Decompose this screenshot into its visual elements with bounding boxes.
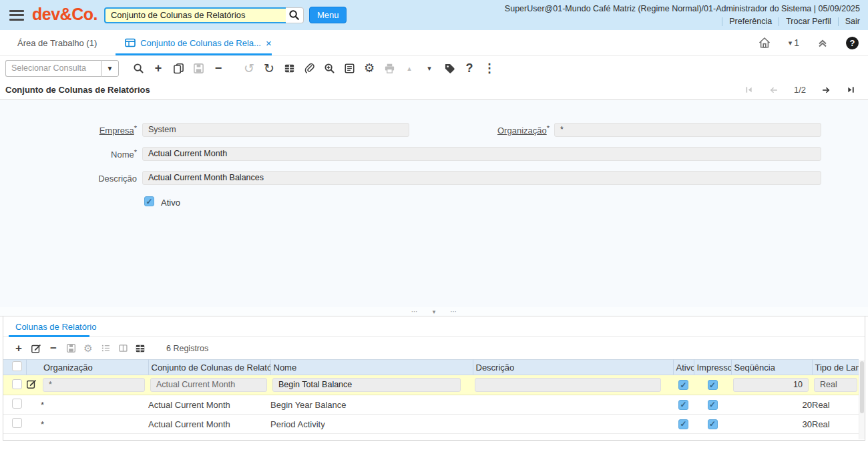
hamburger-menu-icon[interactable] — [9, 10, 24, 21]
cell-ativo-checkbox[interactable]: ✓ — [678, 400, 688, 410]
query-dropdown-button[interactable]: ▼ — [101, 60, 119, 77]
logout-link[interactable]: Sair — [839, 17, 860, 26]
nome-field[interactable]: Actual Current Month — [142, 147, 821, 161]
tab-workspace[interactable]: Área de Trabalho (1) — [0, 38, 114, 48]
splitter-dots: ⋯ — [411, 308, 418, 315]
cell-descricao[interactable] — [473, 395, 673, 415]
collapse-all-icon[interactable] — [817, 37, 829, 49]
pane-splitter[interactable]: ⋯ ▾ ⋯ — [0, 307, 868, 316]
cell-descricao[interactable] — [475, 378, 661, 392]
grid-scrollbar-thumb[interactable] — [860, 361, 864, 413]
cell-impresso-checkbox[interactable]: ✓ — [708, 380, 718, 390]
col-organizacao[interactable]: Organização — [41, 360, 148, 375]
splitter-collapse-icon[interactable]: ▾ — [433, 308, 436, 315]
grid-row-selected[interactable]: * Actual Current Month Begin Total Balan… — [3, 375, 859, 395]
col-nome[interactable]: Nome — [270, 360, 473, 375]
cell-ativo-checkbox[interactable]: ✓ — [678, 380, 688, 390]
window-toolbar: ▼ + − ↺ ↻ ⚙ ▴ ▾ — [0, 56, 868, 80]
organizacao-field[interactable]: * — [554, 123, 821, 137]
organizacao-label: Organização* — [413, 126, 550, 136]
cell-nome[interactable]: Period Activity — [270, 415, 473, 434]
cell-tipo[interactable]: Real — [812, 415, 859, 434]
detail-grid-view-icon[interactable] — [132, 341, 149, 357]
col-sequencia[interactable]: Seqüência — [731, 360, 812, 375]
chat-log-icon[interactable] — [339, 59, 359, 77]
detail-new-icon[interactable]: + — [10, 341, 27, 357]
refresh-icon[interactable]: ↻ — [259, 59, 279, 77]
breadcrumb: Conjunto de Colunas de Relatórios — [5, 85, 150, 95]
detail-delete-icon[interactable]: − — [45, 341, 62, 357]
detail-edit-icon[interactable] — [27, 341, 45, 357]
window-count-dropdown[interactable]: ▾ 1 — [789, 37, 799, 48]
cell-nome[interactable]: Begin Year Balance — [270, 395, 473, 415]
process-gear-icon[interactable]: ⚙ — [359, 59, 379, 77]
descricao-field[interactable]: Actual Current Month Balances — [142, 171, 821, 185]
query-input[interactable] — [5, 60, 101, 77]
last-record-icon[interactable] — [846, 85, 856, 95]
window-count: 1 — [794, 37, 799, 48]
menu-button[interactable]: Menu — [309, 7, 347, 23]
new-record-icon[interactable]: + — [148, 59, 168, 77]
cell-tipo[interactable]: Real — [814, 378, 857, 392]
previous-record-icon — [769, 85, 779, 95]
cell-organizacao[interactable]: * — [41, 395, 148, 415]
user-session-info: SuperUser@01-Mundo Café Matriz (Regime N… — [505, 4, 860, 13]
col-ativo[interactable]: Ativo — [673, 360, 694, 375]
grid-toggle-icon[interactable] — [279, 59, 299, 77]
col-impresso[interactable]: Impresso — [694, 360, 731, 375]
next-record-icon[interactable] — [821, 85, 831, 95]
ativo-checkbox[interactable]: ✓ — [144, 196, 154, 206]
col-conjunto[interactable]: Conjunto de Colunas de Relatórios — [148, 360, 270, 375]
label-tag-icon[interactable] — [439, 59, 459, 77]
first-record-icon — [744, 85, 754, 95]
cell-descricao[interactable] — [473, 415, 673, 434]
grid-scrollbar[interactable] — [859, 360, 865, 439]
check-icon: ✓ — [709, 401, 716, 409]
col-tipo-lancamento[interactable]: Tipo de Lançamento — [812, 360, 859, 375]
grid-row[interactable]: * Actual Current Month Begin Year Balanc… — [3, 395, 859, 415]
switch-role-link[interactable]: Trocar Perfil — [779, 17, 838, 26]
window-help-icon[interactable]: ? — [459, 59, 479, 77]
home-icon[interactable] — [758, 36, 771, 49]
search-button[interactable] — [286, 7, 304, 23]
record-count: 6 Registros — [166, 344, 208, 353]
detail-customize-columns-icon — [114, 341, 132, 357]
more-actions-icon[interactable]: ⋮ — [479, 59, 499, 77]
search-input[interactable] — [104, 7, 286, 23]
cell-impresso-checkbox[interactable]: ✓ — [708, 400, 718, 410]
cell-conjunto[interactable]: Actual Current Month — [150, 378, 267, 392]
edit-row-icon[interactable] — [26, 379, 37, 389]
cell-organizacao[interactable]: * — [41, 415, 148, 434]
cell-conjunto[interactable]: Actual Current Month — [148, 415, 270, 434]
row-checkbox[interactable] — [12, 418, 22, 428]
copy-record-icon[interactable] — [168, 59, 188, 77]
tab-report-column-set[interactable]: Conjunto de Colunas de Rela... × — [114, 30, 282, 55]
grid-row[interactable]: * Actual Current Month Period Activity ✓… — [3, 415, 859, 434]
detail-process-gear-icon: ⚙ — [79, 341, 97, 357]
cell-impresso-checkbox[interactable]: ✓ — [708, 419, 718, 429]
cell-sequencia[interactable]: 30 — [731, 415, 812, 434]
attachment-icon[interactable] — [299, 59, 319, 77]
zoom-across-icon[interactable] — [319, 59, 339, 77]
empresa-field[interactable]: System — [142, 123, 409, 137]
row-checkbox[interactable] — [12, 379, 22, 389]
close-tab-icon[interactable]: × — [266, 38, 272, 48]
select-all-checkbox[interactable] — [12, 361, 22, 371]
help-icon[interactable]: ? — [846, 37, 859, 49]
preferences-link[interactable]: Preferência — [722, 17, 779, 26]
cell-organizacao[interactable]: * — [43, 378, 145, 392]
global-search — [104, 7, 304, 23]
find-record-icon[interactable] — [128, 59, 148, 77]
tab-colunas-de-relatorio[interactable]: Colunas de Relatório — [3, 316, 108, 336]
nome-label: Nome* — [0, 150, 137, 160]
cell-sequencia[interactable]: 10 — [733, 378, 809, 392]
cell-tipo[interactable]: Real — [812, 395, 859, 415]
delete-record-icon[interactable]: − — [208, 59, 228, 77]
col-descricao[interactable]: Descrição — [473, 360, 673, 375]
row-checkbox[interactable] — [12, 399, 22, 409]
cell-nome[interactable]: Begin Total Balance — [272, 378, 461, 392]
detail-record-icon[interactable]: ▾ — [419, 59, 439, 77]
cell-conjunto[interactable]: Actual Current Month — [148, 395, 270, 415]
cell-sequencia[interactable]: 20 — [731, 395, 812, 415]
cell-ativo-checkbox[interactable]: ✓ — [678, 419, 688, 429]
